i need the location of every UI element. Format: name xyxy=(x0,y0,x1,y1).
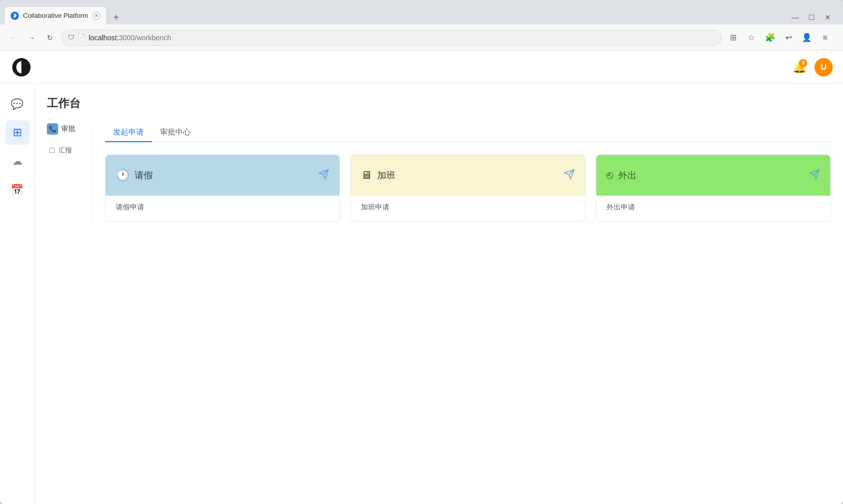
address-input[interactable]: 🛡 📄 localhost:3000/workbench xyxy=(61,30,722,46)
card-overtime-body: 加班申请 xyxy=(351,196,585,221)
report-icon: ☐ xyxy=(49,146,56,154)
browser-window: Collaborative Platform × + — ☐ ✕ ← → ↻ 🛡… xyxy=(0,0,843,504)
sidebar-item-cloud[interactable]: ☁ xyxy=(5,149,30,173)
card-outing-body: 外出申请 xyxy=(596,196,830,221)
browser-toolbar: 🧩 ↩ 👤 ≡ xyxy=(762,30,837,45)
tab-title: Collaborative Platform xyxy=(23,12,88,19)
report-menu-item[interactable]: ☐ 汇报 xyxy=(47,143,86,158)
card-overtime-title: 🖥 加班 xyxy=(361,169,396,182)
extensions-icon[interactable]: ⊞ xyxy=(726,31,740,45)
sidebar: 💬 ⊞ ☁ 📅 xyxy=(0,84,35,504)
address-domain: localhost: xyxy=(89,34,119,42)
card-outing-title: ⎋ 外出 xyxy=(607,169,637,182)
phone-icon: 📞 xyxy=(49,125,57,132)
address-right-icons: ⊞ ☆ xyxy=(726,31,758,45)
tab-bar: Collaborative Platform × + — ☐ ✕ xyxy=(0,0,843,24)
app-logo[interactable] xyxy=(10,56,33,78)
tab-close-button[interactable]: × xyxy=(92,12,100,20)
card-overtime-header: 🖥 加班 xyxy=(351,155,585,196)
new-tab-button[interactable]: + xyxy=(109,10,123,24)
main-content: 工作台 📞 审批 ☐ 汇报 xyxy=(35,84,843,504)
approval-title-row: 📞 审批 xyxy=(47,123,86,135)
outing-icon: ⎋ xyxy=(607,169,613,182)
leave-icon: 🕐 xyxy=(116,169,129,182)
window-controls: — ☐ ✕ xyxy=(790,13,839,24)
forward-button[interactable]: → xyxy=(24,31,39,45)
page-title: 工作台 xyxy=(47,96,831,111)
approval-section-icon: 📞 xyxy=(47,123,58,135)
tab-initiate[interactable]: 发起申请 xyxy=(105,123,152,142)
approval-section: 📞 审批 ☐ 汇报 发起 xyxy=(47,123,831,222)
approval-tab-row: 发起申请 审批中心 xyxy=(105,123,831,142)
chat-icon: 💬 xyxy=(11,98,23,110)
nav-right: 🔔 0 U xyxy=(790,58,833,76)
outing-label: 外出 xyxy=(618,169,637,181)
address-text: localhost:3000/workbench xyxy=(89,34,171,42)
calendar-icon: 📅 xyxy=(11,183,23,196)
card-outing-header: ⎋ 外出 xyxy=(596,155,830,196)
approval-left-panel: 📞 审批 ☐ 汇报 xyxy=(47,123,93,222)
overtime-send-icon xyxy=(564,169,575,182)
overtime-label: 加班 xyxy=(377,169,396,181)
avatar-icon[interactable]: 👤 xyxy=(799,30,814,45)
sidebar-item-workbench[interactable]: ⊞ xyxy=(5,120,30,145)
card-leave-header: 🕐 请假 xyxy=(106,155,339,196)
app-content: 🔔 0 U 💬 ⊞ ☁ 📅 xyxy=(0,51,843,504)
extensions-toolbar-icon[interactable]: 🧩 xyxy=(762,30,778,45)
notification-badge: 0 xyxy=(799,59,807,67)
leave-body-text: 请假申请 xyxy=(116,203,144,211)
leave-label: 请假 xyxy=(135,169,153,181)
card-outing[interactable]: ⎋ 外出 xyxy=(596,154,831,222)
cards-grid: 🕐 请假 xyxy=(105,154,831,222)
shield-icon: 🛡 xyxy=(68,34,74,41)
tab-center[interactable]: 审批中心 xyxy=(152,123,199,142)
outing-body-text: 外出申请 xyxy=(607,203,635,211)
cloud-icon: ☁ xyxy=(12,155,22,167)
approval-right-panel: 发起申请 审批中心 🕐 xyxy=(93,123,831,222)
app-body: 💬 ⊞ ☁ 📅 工作台 xyxy=(0,84,843,504)
profile-icon[interactable]: ↩ xyxy=(781,30,796,45)
card-leave-body: 请假申请 xyxy=(106,196,339,221)
card-overtime[interactable]: 🖥 加班 xyxy=(350,154,585,222)
address-bar: ← → ↻ 🛡 📄 localhost:3000/workbench ⊞ ☆ 🧩… xyxy=(0,24,843,51)
logo-svg xyxy=(11,57,32,77)
menu-icon[interactable]: ≡ xyxy=(818,30,833,45)
minimize-button[interactable]: — xyxy=(790,13,800,21)
card-leave[interactable]: 🕐 请假 xyxy=(105,154,340,222)
approval-label: 审批 xyxy=(61,124,75,134)
overtime-body-text: 加班申请 xyxy=(361,203,389,211)
card-leave-title: 🕐 请假 xyxy=(116,169,153,182)
workbench-icon: ⊞ xyxy=(13,126,22,139)
user-avatar[interactable]: U xyxy=(814,58,833,76)
address-path: 3000/workbench xyxy=(119,34,171,42)
overtime-icon: 🖥 xyxy=(361,169,372,182)
page-icon: 📄 xyxy=(77,34,86,41)
tab-favicon xyxy=(11,12,19,20)
app-navbar: 🔔 0 U xyxy=(0,51,843,84)
close-window-button[interactable]: ✕ xyxy=(823,13,833,21)
maximize-button[interactable]: ☐ xyxy=(806,13,816,21)
leave-send-icon xyxy=(318,169,329,182)
active-tab[interactable]: Collaborative Platform × xyxy=(4,6,107,24)
reload-button[interactable]: ↻ xyxy=(43,31,57,45)
back-button[interactable]: ← xyxy=(6,31,20,45)
sidebar-item-chat[interactable]: 💬 xyxy=(5,92,30,116)
outing-send-icon xyxy=(809,169,820,182)
bookmark-icon[interactable]: ☆ xyxy=(744,31,758,45)
sidebar-item-calendar[interactable]: 📅 xyxy=(5,177,30,202)
notification-button[interactable]: 🔔 0 xyxy=(790,58,808,76)
report-label: 汇报 xyxy=(59,146,72,155)
